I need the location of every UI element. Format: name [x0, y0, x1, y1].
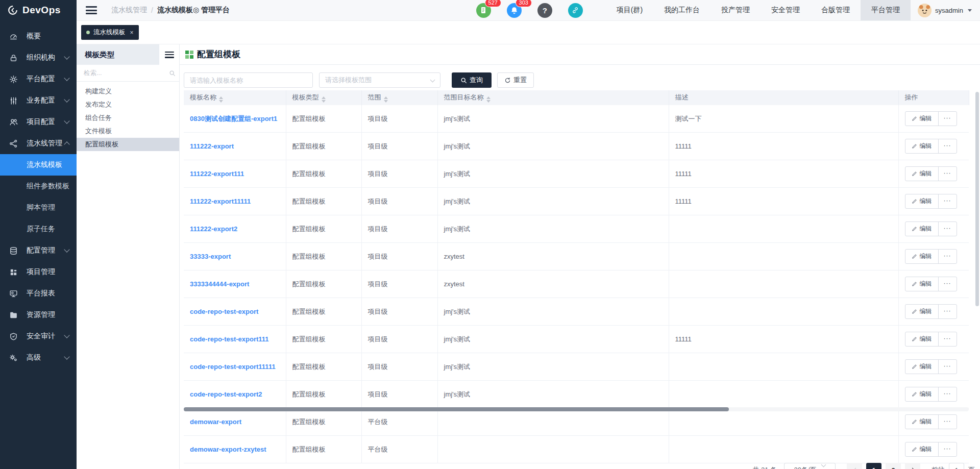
next-page-button[interactable] — [905, 463, 920, 469]
tab-close-icon[interactable]: × — [130, 29, 134, 36]
top-nav-item[interactable]: 安全管理 — [761, 0, 811, 20]
more-actions-button[interactable]: ··· — [939, 442, 957, 456]
edit-button[interactable]: 编辑 — [905, 387, 939, 401]
more-actions-button[interactable]: ··· — [939, 194, 957, 208]
template-name-link[interactable]: 0830测试创建配置组-export1 — [190, 115, 277, 122]
template-type-item[interactable]: 构建定义 — [77, 85, 179, 98]
template-name-link[interactable]: code-repo-test-export — [190, 308, 258, 315]
sidebar-toggle-icon[interactable] — [86, 6, 97, 14]
template-name-input[interactable] — [184, 72, 313, 88]
sidebar-item[interactable]: 流水线管理 — [0, 133, 77, 154]
table-column-header[interactable]: 描述 — [669, 90, 898, 105]
sidebar-item[interactable]: 安全审计 — [0, 326, 77, 347]
template-name-link[interactable]: demowar-export-zxytest — [190, 446, 266, 453]
edit-button[interactable]: 编辑 — [905, 305, 939, 318]
template-type-item[interactable]: 配置组模板 — [77, 138, 179, 151]
template-scope-select[interactable]: 请选择模板范围 — [319, 72, 440, 88]
template-type-item[interactable]: 组合任务 — [77, 111, 179, 125]
tab-pipeline-template[interactable]: 流水线模板 × — [81, 25, 139, 40]
top-nav-item[interactable]: 项目(群) — [606, 0, 653, 20]
more-actions-button[interactable]: ··· — [939, 139, 957, 153]
user-menu[interactable]: sysadmin — [911, 4, 980, 17]
sidebar-item[interactable]: 资源管理 — [0, 304, 77, 326]
sidebar-item[interactable]: 平台配置 — [0, 68, 77, 90]
template-name-link[interactable]: code-repo-test-export111 — [190, 335, 269, 343]
vertical-scrollbar-thumb[interactable] — [975, 92, 979, 306]
sidebar-item[interactable]: 脚本管理 — [0, 197, 77, 218]
top-nav-item[interactable]: 我的工作台 — [653, 0, 710, 20]
table-column-header[interactable]: 模板名称 — [184, 90, 286, 105]
breadcrumb-parent[interactable]: 流水线管理 — [111, 6, 147, 15]
help-icon[interactable]: ? — [537, 3, 552, 18]
table-column-header[interactable]: 范围 — [361, 90, 437, 105]
page-number-button[interactable]: 2 — [886, 463, 901, 469]
edit-button[interactable]: 编辑 — [905, 139, 939, 153]
more-actions-button[interactable]: ··· — [939, 250, 957, 263]
edit-button[interactable]: 编辑 — [905, 442, 939, 456]
more-actions-button[interactable]: ··· — [939, 360, 957, 374]
edit-button[interactable]: 编辑 — [905, 360, 939, 374]
sort-carets-icon[interactable] — [219, 96, 223, 103]
quick-link-icon[interactable] — [568, 3, 583, 18]
more-actions-button[interactable]: ··· — [939, 305, 957, 318]
template-name-link[interactable]: code-repo-test-export11111 — [190, 363, 276, 371]
sidebar-item[interactable]: 项目配置 — [0, 111, 77, 133]
template-type-item[interactable]: 文件模板 — [77, 125, 179, 138]
messages-icon[interactable]: 527 — [476, 3, 491, 18]
more-actions-button[interactable]: ··· — [939, 277, 957, 291]
more-actions-button[interactable]: ··· — [939, 167, 957, 181]
page-size-select[interactable]: 20条/页 — [784, 463, 836, 469]
sidebar-item[interactable]: 项目管理 — [0, 261, 77, 283]
top-nav-item[interactable]: 平台管理 — [861, 0, 911, 20]
goto-page-input[interactable] — [949, 463, 964, 469]
notifications-icon[interactable]: 303 — [507, 3, 522, 18]
panel-search-input[interactable] — [84, 69, 166, 77]
sidebar-item[interactable]: 业务配置 — [0, 90, 77, 111]
table-column-header[interactable]: 模板类型 — [286, 90, 361, 105]
sidebar-item[interactable]: 配置管理 — [0, 240, 77, 261]
more-actions-button[interactable]: ··· — [939, 387, 957, 401]
more-actions-button[interactable]: ··· — [939, 222, 957, 236]
table-column-header[interactable]: 操作 — [898, 90, 969, 105]
edit-button[interactable]: 编辑 — [905, 415, 939, 429]
more-actions-button[interactable]: ··· — [939, 415, 957, 429]
top-nav-item[interactable]: 投产管理 — [710, 0, 761, 20]
sidebar-item[interactable]: 组件参数模板 — [0, 176, 77, 197]
sidebar-item[interactable]: 平台报表 — [0, 283, 77, 304]
sort-carets-icon[interactable] — [322, 96, 326, 103]
more-actions-button[interactable]: ··· — [939, 112, 957, 126]
template-name-link[interactable]: 111222-export2 — [190, 225, 237, 233]
horizontal-scrollbar-thumb[interactable] — [184, 407, 729, 411]
panel-collapse-button[interactable] — [159, 44, 179, 65]
sidebar-item[interactable]: 概要 — [0, 26, 77, 47]
search-button[interactable]: 查询 — [452, 72, 492, 88]
top-nav-item[interactable]: 合版管理 — [811, 0, 861, 20]
template-name-link[interactable]: 33333-export — [190, 253, 231, 260]
sort-carets-icon[interactable] — [384, 96, 388, 103]
edit-button[interactable]: 编辑 — [905, 112, 939, 126]
more-actions-button[interactable]: ··· — [939, 332, 957, 346]
template-name-link[interactable]: 3333344444-export — [190, 280, 249, 288]
template-name-link[interactable]: 111222-export — [190, 142, 234, 150]
prev-page-button[interactable] — [847, 463, 862, 469]
template-name-link[interactable]: 111222-export11111 — [190, 198, 251, 205]
template-name-link[interactable]: demowar-export — [190, 418, 241, 426]
sidebar-item[interactable]: 原子任务 — [0, 218, 77, 240]
reset-button[interactable]: 重置 — [497, 72, 534, 88]
edit-button[interactable]: 编辑 — [905, 332, 939, 346]
template-type-item[interactable]: 发布定义 — [77, 98, 179, 111]
page-number-button[interactable]: 1 — [866, 463, 881, 469]
sidebar-item[interactable]: 高级 — [0, 347, 77, 368]
edit-button[interactable]: 编辑 — [905, 250, 939, 263]
sidebar-item[interactable]: 流水线模板 — [0, 154, 77, 176]
sidebar-item[interactable]: 组织机构 — [0, 47, 77, 68]
edit-button[interactable]: 编辑 — [905, 194, 939, 208]
template-name-link[interactable]: code-repo-test-export2 — [190, 390, 262, 398]
edit-button[interactable]: 编辑 — [905, 167, 939, 181]
sort-carets-icon[interactable] — [486, 96, 491, 103]
table-column-header[interactable]: 范围目标名称 — [437, 90, 669, 105]
app-logo[interactable]: DevOps — [0, 0, 77, 21]
edit-button[interactable]: 编辑 — [905, 277, 939, 291]
edit-button[interactable]: 编辑 — [905, 222, 939, 236]
template-name-link[interactable]: 111222-export111 — [190, 170, 244, 178]
